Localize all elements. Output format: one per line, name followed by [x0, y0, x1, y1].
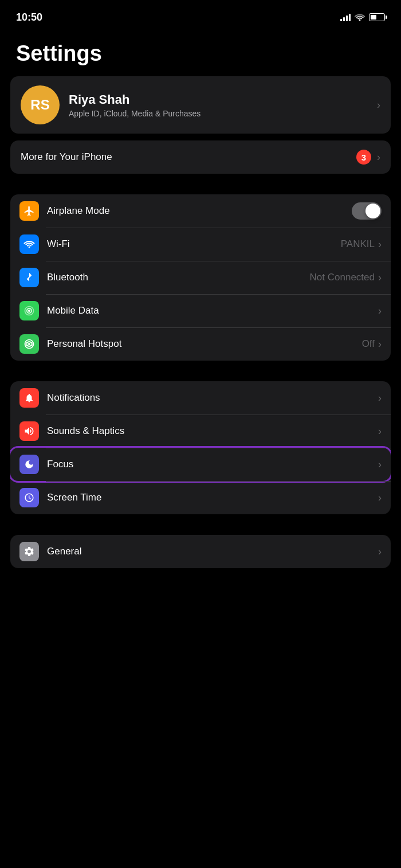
- main-content: Settings RS Riya Shah Apple ID, iCloud, …: [0, 30, 401, 568]
- status-bar: 10:50: [0, 0, 401, 30]
- more-iphone-chevron-icon: ›: [377, 151, 380, 163]
- screen-time-chevron-icon: ›: [378, 492, 382, 504]
- screen-time-row[interactable]: Screen Time ›: [10, 481, 391, 514]
- airplane-mode-label: Airplane Mode: [47, 205, 352, 217]
- hotspot-icon: [23, 338, 35, 350]
- hotspot-value: Off: [362, 338, 375, 350]
- mobile-data-label: Mobile Data: [47, 305, 378, 316]
- profile-name: Riya Shah: [69, 92, 368, 107]
- screen-time-icon-box: [19, 488, 39, 507]
- sounds-label: Sounds & Haptics: [47, 425, 378, 437]
- hotspot-label: Personal Hotspot: [47, 338, 362, 350]
- profile-card[interactable]: RS Riya Shah Apple ID, iCloud, Media & P…: [10, 76, 391, 134]
- sounds-chevron-icon: ›: [378, 425, 382, 437]
- notifications-chevron-icon: ›: [378, 392, 382, 404]
- connectivity-group: Airplane Mode Wi-Fi PANKIL ›: [10, 194, 391, 361]
- battery-icon: [369, 13, 385, 21]
- wifi-status-icon: [355, 13, 365, 21]
- airplane-icon: [23, 205, 35, 217]
- sounds-haptics-row[interactable]: Sounds & Haptics ›: [10, 415, 391, 448]
- mobile-data-chevron-icon: ›: [378, 305, 382, 317]
- status-time: 10:50: [16, 11, 42, 24]
- notifications-icon: [24, 392, 34, 404]
- general-icon-box: [19, 542, 39, 561]
- notifications-icon-box: [19, 388, 39, 408]
- airplane-mode-icon-box: [19, 201, 39, 221]
- focus-icon-box: [19, 455, 39, 474]
- general-chevron-icon: ›: [378, 546, 382, 558]
- wifi-icon: [23, 240, 35, 249]
- svg-point-1: [28, 343, 30, 345]
- more-for-iphone-row[interactable]: More for Your iPhone 3 ›: [10, 140, 391, 174]
- more-iphone-right: 3 ›: [356, 150, 380, 165]
- mobile-data-row[interactable]: Mobile Data ›: [10, 294, 391, 327]
- hotspot-chevron-icon: ›: [378, 338, 382, 350]
- bluetooth-icon: [25, 272, 34, 283]
- profile-subtitle: Apple ID, iCloud, Media & Purchases: [69, 109, 368, 118]
- general-row[interactable]: General ›: [10, 535, 391, 568]
- bluetooth-icon-box: [19, 268, 39, 287]
- more-iphone-badge: 3: [356, 150, 371, 165]
- focus-moon-icon: [24, 459, 34, 470]
- signal-bars-icon: [340, 13, 351, 21]
- general-group: General ›: [10, 535, 391, 568]
- screen-time-label: Screen Time: [47, 492, 378, 503]
- bluetooth-chevron-icon: ›: [378, 272, 382, 284]
- personal-hotspot-row[interactable]: Personal Hotspot Off ›: [10, 327, 391, 361]
- wifi-icon-box: [19, 234, 39, 254]
- status-icons: [340, 13, 385, 21]
- svg-point-0: [28, 310, 30, 312]
- profile-chevron-icon: ›: [377, 99, 380, 111]
- avatar: RS: [21, 85, 60, 124]
- more-iphone-label: More for Your iPhone: [21, 151, 112, 163]
- screen-time-icon: [24, 492, 34, 503]
- notifications-row[interactable]: Notifications ›: [10, 381, 391, 415]
- airplane-mode-toggle[interactable]: [352, 202, 382, 220]
- airplane-mode-row[interactable]: Airplane Mode: [10, 194, 391, 228]
- bluetooth-label: Bluetooth: [47, 272, 310, 283]
- page-title: Settings: [10, 30, 391, 76]
- toggle-knob: [365, 204, 380, 218]
- sounds-icon-box: [19, 421, 39, 441]
- battery-fill: [371, 15, 376, 19]
- general-gear-icon: [23, 546, 35, 557]
- sounds-icon: [23, 425, 35, 437]
- general-label: General: [47, 546, 378, 557]
- bluetooth-value: Not Connected: [310, 272, 375, 283]
- focus-label: Focus: [47, 459, 378, 470]
- bluetooth-row[interactable]: Bluetooth Not Connected ›: [10, 261, 391, 294]
- wifi-label: Wi-Fi: [47, 238, 341, 250]
- hotspot-icon-box: [19, 334, 39, 354]
- wifi-chevron-icon: ›: [378, 238, 382, 251]
- focus-row[interactable]: Focus ›: [10, 448, 391, 481]
- profile-info: Riya Shah Apple ID, iCloud, Media & Purc…: [69, 92, 368, 118]
- wifi-row[interactable]: Wi-Fi PANKIL ›: [10, 228, 391, 261]
- mobile-data-icon: [23, 305, 35, 316]
- wifi-value: PANKIL: [341, 238, 375, 250]
- notifications-group: Notifications › Sounds & Haptics › Focus…: [10, 381, 391, 514]
- focus-chevron-icon: ›: [378, 459, 382, 471]
- mobile-data-icon-box: [19, 301, 39, 320]
- notifications-label: Notifications: [47, 392, 378, 404]
